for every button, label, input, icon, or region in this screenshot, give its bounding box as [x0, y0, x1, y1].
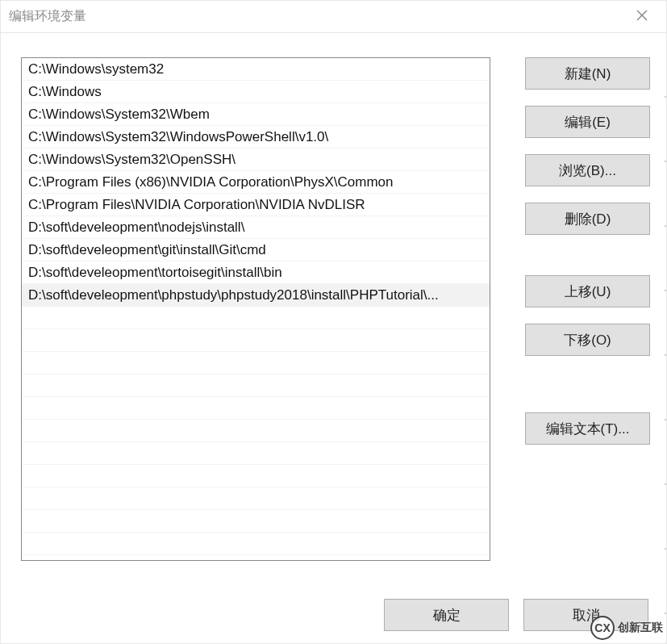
edit-button[interactable]: 编辑(E)	[525, 106, 650, 138]
list-item	[22, 352, 490, 374]
dialog-window: 编辑环境变量 C:\Windows\system32C:\WindowsC:\W…	[0, 0, 667, 644]
list-item[interactable]: C:\Windows\system32	[22, 58, 490, 81]
browse-button[interactable]: 浏览(B)...	[525, 154, 650, 186]
new-button[interactable]: 新建(N)	[525, 57, 650, 90]
list-item	[22, 465, 490, 487]
list-item	[22, 329, 490, 352]
list-item	[22, 307, 490, 329]
right-edge-decoration	[664, 33, 667, 643]
list-item	[22, 487, 490, 510]
list-item	[22, 397, 490, 420]
list-item	[22, 420, 490, 442]
list-item[interactable]: C:\Windows\System32\OpenSSH\	[22, 148, 490, 171]
window-title: 编辑环境变量	[9, 8, 626, 25]
list-item[interactable]: C:\Program Files\NVIDIA Corporation\NVID…	[22, 194, 490, 216]
cancel-button[interactable]: 取消	[523, 599, 648, 631]
ok-button[interactable]: 确定	[384, 599, 509, 631]
bottom-bar: 确定 取消	[1, 587, 666, 643]
list-item[interactable]: D:\soft\develeopment\nodejs\install\	[22, 216, 490, 239]
list-item	[22, 510, 490, 533]
edit-text-button[interactable]: 编辑文本(T)...	[525, 412, 650, 445]
list-item[interactable]: D:\soft\develeopment\phpstudy\phpstudy20…	[22, 284, 490, 307]
list-item[interactable]: D:\soft\develeopment\git\install\Git\cmd	[22, 239, 490, 261]
close-icon	[636, 10, 648, 24]
side-buttons: 新建(N) 编辑(E) 浏览(B)... 删除(D) 上移(U) 下移(O) 编…	[525, 57, 650, 461]
client-area: C:\Windows\system32C:\WindowsC:\Windows\…	[1, 33, 666, 643]
list-item[interactable]: D:\soft\develeopment\tortoisegit\install…	[22, 261, 490, 284]
list-item[interactable]: C:\Windows	[22, 81, 490, 103]
list-item	[22, 374, 490, 397]
list-item[interactable]: C:\Windows\System32\WindowsPowerShell\v1…	[22, 126, 490, 148]
list-item[interactable]: C:\Windows\System32\Wbem	[22, 103, 490, 126]
list-item	[22, 533, 490, 555]
delete-button[interactable]: 删除(D)	[525, 203, 650, 235]
titlebar: 编辑环境变量	[1, 1, 666, 33]
close-button[interactable]	[626, 1, 658, 33]
move-up-button[interactable]: 上移(U)	[525, 275, 650, 307]
move-down-button[interactable]: 下移(O)	[525, 324, 650, 356]
list-item[interactable]: C:\Program Files (x86)\NVIDIA Corporatio…	[22, 171, 490, 194]
path-listbox[interactable]: C:\Windows\system32C:\WindowsC:\Windows\…	[21, 57, 490, 561]
list-item	[22, 442, 490, 465]
